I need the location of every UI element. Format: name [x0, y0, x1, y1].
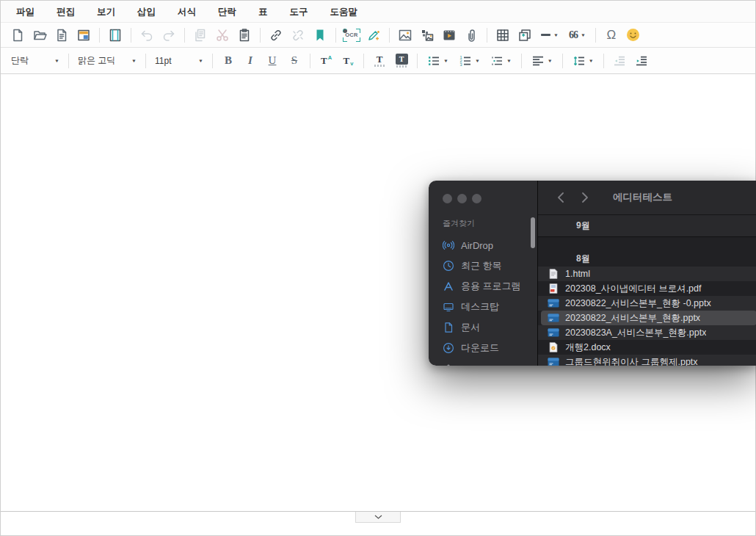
chevron-down-icon: ▼ [589, 59, 594, 63]
minimize-window-button[interactable] [457, 194, 467, 203]
underline-button[interactable]: U [262, 51, 283, 70]
menu-file[interactable]: 파일 [5, 1, 46, 23]
menu-help[interactable]: 도움말 [319, 1, 369, 23]
toolbar-separator [131, 28, 131, 43]
align-button[interactable]: ▼ [527, 51, 557, 70]
toolbar-separator [335, 28, 336, 43]
ocr-button[interactable]: OCR [341, 26, 362, 45]
new-document-button[interactable] [7, 26, 28, 45]
superscript-small-letter: A [328, 54, 332, 61]
file-row[interactable]: 개행2.docx [538, 340, 756, 355]
collapse-panel-button[interactable] [355, 512, 401, 523]
sidebar-item-airdrop[interactable]: AirDrop [429, 235, 537, 256]
strikethrough-icon: S [291, 54, 297, 67]
insert-video-button[interactable] [439, 26, 459, 45]
sidebar-item-documents[interactable]: 문서 [429, 317, 537, 338]
insert-link-button[interactable] [266, 26, 286, 45]
file-row[interactable]: 20230823A_서비스본부_현황.pptx [538, 325, 756, 340]
cut-button[interactable] [212, 26, 233, 45]
subscript-button[interactable]: Tv [338, 51, 358, 70]
insert-image-button[interactable] [395, 26, 415, 45]
open-folder-icon [32, 28, 47, 43]
multilevel-list-icon [490, 54, 504, 68]
multilevel-list-button[interactable]: ▼ [486, 51, 516, 70]
undo-button[interactable] [137, 26, 157, 45]
blockquote-button[interactable]: 66 ▼ [564, 26, 590, 45]
attach-file-button[interactable] [461, 26, 481, 45]
template-button[interactable] [73, 26, 94, 45]
toolbar-separator [145, 54, 146, 68]
toolbar-separator [603, 54, 604, 68]
omega-icon: Ω [607, 28, 617, 43]
menu-table[interactable]: 표 [247, 1, 279, 23]
line-spacing-button[interactable]: ▼ [568, 51, 598, 70]
collapse-chevron-icon [374, 515, 382, 519]
bullet-list-button[interactable]: ▼ [423, 51, 453, 70]
menu-bar: 파일 편집 보기 삽입 서식 단락 표 도구 도움말 [1, 1, 755, 23]
copy-button[interactable] [190, 26, 211, 45]
image-icon [398, 28, 412, 43]
file-row[interactable]: 20230822_서비스본부_현황 -0.pptx [538, 296, 756, 311]
file-row[interactable]: 202308_사이냅에디터 브로셔.pdf [538, 281, 756, 296]
file-name: 1.html [565, 269, 590, 279]
numbered-list-button[interactable]: 123 ▼ [454, 51, 484, 70]
remove-link-button[interactable] [288, 26, 308, 45]
scissors-icon [215, 28, 230, 43]
font-color-icon: T [374, 54, 385, 67]
ai-edit-button[interactable] [363, 26, 384, 45]
menu-edit[interactable]: 편집 [46, 1, 86, 23]
file-row[interactable]: 1.html [538, 267, 756, 281]
menu-view[interactable]: 보기 [86, 1, 126, 23]
horizontal-line-button[interactable]: ▼ [537, 26, 563, 45]
sidebar-item-home[interactable]: kyujin [429, 358, 537, 366]
highlight-color-button[interactable]: T [391, 51, 412, 70]
file-row-selected[interactable]: 20230822_서비스본부_현황.pptx [541, 311, 756, 325]
group-label: 8월 [576, 253, 590, 265]
menu-tools[interactable]: 도구 [279, 1, 319, 23]
font-size-select[interactable]: 11pt ▼ [150, 51, 208, 70]
strikethrough-button[interactable]: S [284, 51, 305, 70]
superscript-button[interactable]: TA [316, 51, 336, 70]
file-list: 1.html 202308_사이냅에디터 브로셔.pdf 20230822_서비… [538, 267, 756, 366]
bold-button[interactable]: B [218, 51, 239, 70]
file-row[interactable]: 그룹드현위취이사 그룹헴제.pptx [538, 355, 756, 366]
toolbar-separator [260, 28, 261, 43]
sidebar-item-desktop[interactable]: 데스크탑 [429, 297, 537, 317]
insert-table-button[interactable] [493, 26, 513, 45]
sidebar-item-downloads[interactable]: 다운로드 [429, 338, 537, 358]
font-color-button[interactable]: T [369, 51, 390, 70]
emoji-smiley-icon [626, 28, 640, 42]
outdent-button[interactable] [609, 51, 630, 70]
document-info-button[interactable] [51, 26, 72, 45]
menu-insert[interactable]: 삽입 [126, 1, 167, 23]
italic-button[interactable]: I [240, 51, 261, 70]
special-character-button[interactable]: Ω [601, 26, 622, 45]
zoom-window-button[interactable] [472, 194, 481, 203]
redo-button[interactable] [159, 26, 179, 45]
page-view-button[interactable] [105, 26, 126, 45]
paragraph-style-select[interactable]: 단락 ▼ [7, 51, 64, 70]
open-document-button[interactable] [29, 26, 50, 45]
chevron-down-icon: ▼ [553, 33, 559, 37]
sidebar-item-recents[interactable]: 최근 항목 [429, 256, 537, 276]
insert-frame-button[interactable] [515, 26, 535, 45]
forward-button[interactable] [578, 189, 592, 206]
paste-button[interactable] [234, 26, 255, 45]
finder-window: 즐겨찾기 AirDrop 최근 항목 응용 프로그램 데스크탑 문서 [429, 181, 756, 366]
clipboard-icon [237, 28, 252, 43]
insert-frame-icon [517, 28, 532, 43]
sidebar-item-applications[interactable]: 응용 프로그램 [429, 276, 537, 297]
subscript-icon: T [344, 55, 350, 67]
back-button[interactable] [553, 189, 567, 206]
menu-format[interactable]: 서식 [167, 1, 207, 23]
download-icon [443, 342, 454, 354]
bookmark-button[interactable] [310, 26, 330, 45]
insert-photo-gallery-button[interactable] [417, 26, 437, 45]
font-family-select[interactable]: 맑은 고딕 ▼ [73, 51, 141, 70]
chevron-down-icon: ▼ [581, 33, 586, 37]
indent-button[interactable] [631, 51, 652, 70]
emoji-button[interactable] [623, 26, 644, 45]
sidebar-scrollbar[interactable] [531, 217, 535, 248]
close-window-button[interactable] [443, 194, 452, 203]
menu-paragraph[interactable]: 단락 [207, 1, 247, 23]
